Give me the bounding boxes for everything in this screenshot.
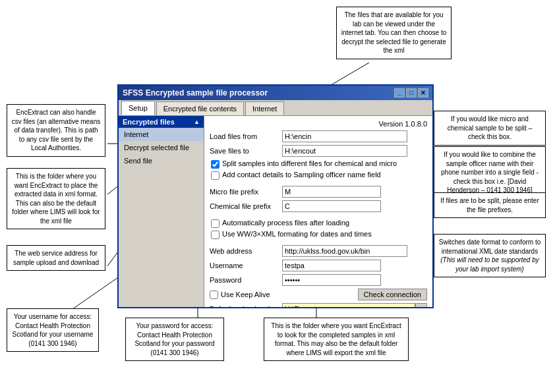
password-label: Password <box>210 276 282 284</box>
sidebar-item-send[interactable]: Send file <box>119 154 204 167</box>
sidebar: Encrypted files ▲ Internet Decrypt selec… <box>119 116 204 307</box>
keep-alive-checkbox[interactable] <box>210 291 218 299</box>
save-files-label: Save files to <box>210 147 282 155</box>
ww3-row: Use WW/3×XML formating for dates and tim… <box>210 230 427 239</box>
ww3-label: Use WW/3×XML formating for dates and tim… <box>222 230 372 238</box>
auto-process-checkbox[interactable] <box>211 219 219 228</box>
chemical-prefix-row: Chemical file prefix <box>210 200 427 212</box>
titlebar-buttons: _ □ ✕ <box>394 88 428 98</box>
window-titlebar: SFSS Encrypted sample file processor _ □… <box>119 86 432 100</box>
web-address-input[interactable] <box>282 245 407 257</box>
callout-right-combine: If you would like to combine the sample … <box>434 146 546 199</box>
main-content: Version 1.0.8.0 Load files from Save fil… <box>204 116 432 307</box>
sidebar-section-header: Encrypted files ▲ <box>119 116 204 128</box>
contact-checkbox[interactable] <box>211 171 219 180</box>
web-address-row: Web address <box>210 245 427 257</box>
password-input[interactable] <box>282 274 381 286</box>
close-button[interactable]: ✕ <box>418 88 428 98</box>
sidebar-collapse-icon[interactable]: ▲ <box>194 119 200 125</box>
callout-bottom-password: Your password for access: Contact Health… <box>125 318 224 361</box>
callout-left-web: The web service address for sample uploa… <box>7 245 105 271</box>
save-files-row: Save files to <box>210 145 427 157</box>
split-checkbox-row: Split samples into different files for c… <box>210 159 427 169</box>
micro-prefix-input[interactable] <box>282 186 381 198</box>
version-label: Version <box>379 120 403 128</box>
ww3-checkbox[interactable] <box>211 231 219 239</box>
upload-path-browse-button[interactable]: ▼ <box>415 303 427 307</box>
window-title: SFSS Encrypted sample file processor <box>123 88 268 98</box>
password-row: Password <box>210 274 427 286</box>
upload-path-label: Default upload path <box>210 305 282 307</box>
upload-path-input[interactable] <box>282 303 415 307</box>
contact-checkbox-row: Add contact details to Sampling officer … <box>210 171 427 180</box>
load-files-label: Load files from <box>210 132 282 140</box>
tab-setup[interactable]: Setup <box>121 101 155 115</box>
chemical-prefix-label: Chemical file prefix <box>210 202 282 210</box>
chemical-prefix-input[interactable] <box>282 200 381 212</box>
load-files-input[interactable] <box>282 130 407 142</box>
callout-right-date: Switches date format to conform to inter… <box>434 234 546 277</box>
callout-bottom-username: Your username for access: Contact Health… <box>7 308 99 352</box>
maximize-button[interactable]: □ <box>406 88 417 98</box>
minimize-button[interactable]: _ <box>394 88 405 98</box>
callout-bottom-folder: This is the folder where you want EncExt… <box>264 318 409 361</box>
web-address-label: Web address <box>210 247 282 255</box>
keep-alive-label: Use Keep Alive <box>221 291 355 298</box>
check-connection-button[interactable]: Check connection <box>358 289 427 300</box>
tab-encrypted-file-contents[interactable]: Encrypted file contents <box>156 101 244 115</box>
sidebar-item-internet[interactable]: Internet <box>119 128 204 141</box>
split-checkbox-label: Split samples into different files for c… <box>222 159 397 167</box>
version-row: Version 1.0.8.0 <box>210 120 427 128</box>
tab-internet[interactable]: Internet <box>245 101 284 115</box>
callout-top-right: The files that are available for you lab… <box>336 7 452 59</box>
micro-prefix-row: Micro file prefix <box>210 186 427 198</box>
callout-left-folder: This is the folder where you want EncExt… <box>7 168 105 229</box>
username-row: Username <box>210 260 427 271</box>
callout-right-split: If you would like micro and chemical sam… <box>434 111 546 146</box>
username-label: Username <box>210 262 282 269</box>
username-input[interactable] <box>282 260 381 271</box>
callout-left-encextract: EncExtract can also handle csv files (an… <box>7 104 105 157</box>
version-value: 1.0.8.0 <box>405 120 427 128</box>
auto-process-row: Automatically process files after loadin… <box>210 219 427 228</box>
keep-alive-row: Use Keep Alive Check connection <box>210 289 427 300</box>
window-nav: Setup Encrypted file contents Internet <box>119 100 432 116</box>
save-files-input[interactable] <box>282 145 407 157</box>
callout-right-prefixes: If files are to be split, please enter t… <box>434 192 546 218</box>
upload-path-row: Default upload path ▼ <box>210 303 427 307</box>
auto-process-label: Automatically process files after loadin… <box>222 219 349 227</box>
window-body: Encrypted files ▲ Internet Decrypt selec… <box>119 116 432 307</box>
sidebar-item-decrypt[interactable]: Decrypt selected file <box>119 141 204 154</box>
contact-checkbox-label: Add contact details to Sampling officer … <box>222 171 381 179</box>
split-checkbox[interactable] <box>211 160 219 169</box>
main-window: SFSS Encrypted sample file processor _ □… <box>117 84 434 308</box>
load-files-row: Load files from <box>210 130 427 142</box>
micro-prefix-label: Micro file prefix <box>210 188 282 196</box>
